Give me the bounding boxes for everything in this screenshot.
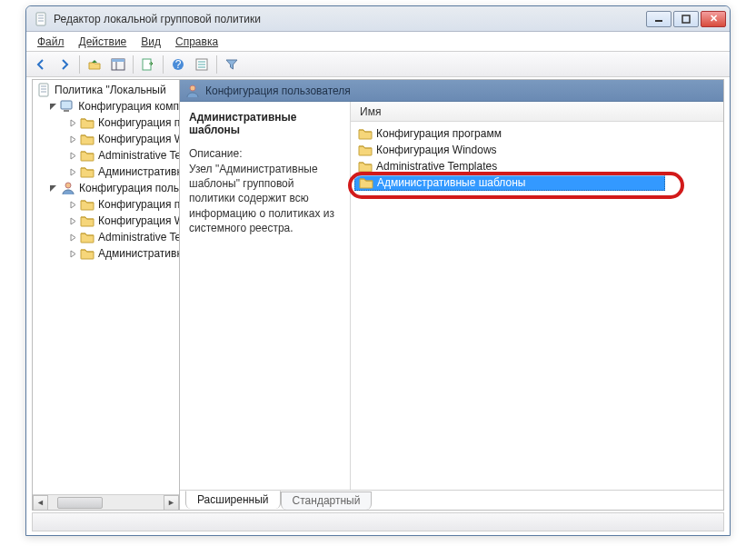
scroll-right-button[interactable]: ► <box>164 495 179 511</box>
list-item-label: Административные шаблоны <box>377 176 525 189</box>
back-button[interactable] <box>30 54 52 75</box>
filter-button[interactable] <box>221 54 243 75</box>
properties-button[interactable] <box>191 54 213 75</box>
tree-item[interactable]: Administrative Te <box>33 229 179 245</box>
toolbar-separator <box>133 55 134 74</box>
tab-extended[interactable]: Расширенный <box>185 491 281 509</box>
toolbar-separator <box>79 55 80 74</box>
user-icon <box>61 182 75 194</box>
window-title: Редактор локальной групповой политики <box>54 13 646 25</box>
menu-file[interactable]: Файл <box>32 34 70 50</box>
menu-help[interactable]: Справка <box>170 34 224 50</box>
tree-label: Политика "Локальный <box>55 84 166 96</box>
tree-item[interactable]: Административн <box>33 164 179 180</box>
folder-icon <box>80 165 94 178</box>
folder-icon <box>358 160 373 173</box>
help-button[interactable] <box>167 54 189 75</box>
scroll-left-button[interactable]: ◄ <box>33 495 48 511</box>
scroll-thumb[interactable] <box>57 497 103 509</box>
expand-closed-icon[interactable] <box>69 249 77 259</box>
list-item-label: Administrative Templates <box>376 160 497 173</box>
doc-icon <box>36 84 51 96</box>
tree-pane[interactable]: Политика "Локальный Конфигурация комп Ко… <box>33 80 180 510</box>
expand-closed-icon[interactable] <box>69 118 77 128</box>
tree-item[interactable]: Административн <box>33 245 179 262</box>
folder-icon <box>358 144 373 156</box>
tree-label: Конфигурация п <box>98 116 180 129</box>
tab-standard[interactable]: Стандартный <box>281 491 373 510</box>
folder-icon <box>80 133 94 145</box>
close-button[interactable]: ✕ <box>701 11 726 27</box>
folder-icon <box>80 149 94 162</box>
tree-label: Administrative Te <box>98 231 180 243</box>
tree-label: Административн <box>98 247 180 260</box>
list-item-selected[interactable]: Административные шаблоны <box>354 174 665 191</box>
maximize-button[interactable] <box>673 11 699 27</box>
expand-closed-icon[interactable] <box>69 151 77 161</box>
up-button[interactable] <box>84 54 105 75</box>
expand-closed-icon[interactable] <box>69 134 77 144</box>
list-item[interactable]: Конфигурация Windows <box>354 142 721 158</box>
tree-item[interactable]: Конфигурация п <box>33 196 179 213</box>
tree-item[interactable]: Administrative Te <box>33 147 179 164</box>
tree-scrollbar[interactable]: ◄ ► <box>33 494 179 510</box>
statusbar <box>32 512 724 531</box>
titlebar[interactable]: Редактор локальной групповой политики ✕ <box>26 6 730 32</box>
list-rows: Конфигурация программ Конфигурация Windo… <box>351 122 723 193</box>
folder-icon <box>358 127 373 140</box>
expand-closed-icon[interactable] <box>69 200 77 210</box>
folder-icon <box>359 176 373 189</box>
toolbar <box>26 52 730 77</box>
expand-closed-icon[interactable] <box>69 233 77 243</box>
expand-closed-icon[interactable] <box>69 216 77 226</box>
folder-icon <box>80 231 94 243</box>
client-area: Политика "Локальный Конфигурация комп Ко… <box>32 79 724 511</box>
tree-label: Конфигурация п <box>98 198 180 211</box>
user-icon <box>185 84 200 98</box>
view-tabs: Расширенный Стандартный <box>180 490 723 510</box>
toolbar-separator <box>216 55 217 74</box>
tree-computer-config[interactable]: Конфигурация комп <box>33 98 179 114</box>
list-item-label: Конфигурация Windows <box>376 144 497 156</box>
folder-icon <box>80 116 94 129</box>
export-button[interactable] <box>137 54 159 75</box>
app-window: Редактор локальной групповой политики ✕ … <box>25 5 731 536</box>
panes-button[interactable] <box>107 54 129 75</box>
toolbar-separator <box>163 55 164 74</box>
tree-label: Конфигурация W <box>98 133 180 145</box>
list-item[interactable]: Конфигурация программ <box>354 125 721 142</box>
tree-item[interactable]: Конфигурация W <box>33 213 179 229</box>
detail-header: Конфигурация пользователя <box>180 80 723 102</box>
tree-label: Административн <box>98 165 180 178</box>
tree-root[interactable]: Политика "Локальный <box>33 82 179 98</box>
description-label: Описание: <box>189 147 343 160</box>
expand-closed-icon[interactable] <box>69 167 77 177</box>
minimize-button[interactable] <box>646 11 671 27</box>
expand-open-icon[interactable] <box>49 102 57 112</box>
computer-icon <box>60 100 75 113</box>
menu-view[interactable]: Вид <box>135 34 166 50</box>
scroll-track[interactable] <box>48 495 164 511</box>
list-item[interactable]: Administrative Templates <box>354 158 721 174</box>
app-icon <box>34 12 48 26</box>
svg-rect-18 <box>682 15 690 23</box>
list-pane: Имя Конфигурация программ Конфигурация W… <box>351 102 723 490</box>
folder-icon <box>80 214 94 227</box>
detail-header-text: Конфигурация пользователя <box>205 84 351 97</box>
description-title: Административные шаблоны <box>189 111 343 136</box>
tree-item[interactable]: Конфигурация п <box>33 114 179 131</box>
folder-icon <box>80 247 94 260</box>
expand-open-icon[interactable] <box>49 184 58 194</box>
menu-action[interactable]: Действие <box>74 34 133 50</box>
tree-label: Конфигурация W <box>98 214 180 227</box>
column-header-name[interactable]: Имя <box>351 102 723 122</box>
tree-item[interactable]: Конфигурация W <box>33 131 179 147</box>
description-pane: Административные шаблоны Описание: Узел … <box>180 102 351 490</box>
forward-button[interactable] <box>54 54 75 75</box>
tree-label: Конфигурация комп <box>78 100 179 113</box>
detail-pane: Конфигурация пользователя Административн… <box>180 80 723 510</box>
folder-icon <box>80 198 94 211</box>
menubar: Файл Действие Вид Справка <box>26 32 730 52</box>
tree-user-config[interactable]: Конфигурация поль <box>33 180 179 196</box>
list-item-label: Конфигурация программ <box>376 127 502 140</box>
